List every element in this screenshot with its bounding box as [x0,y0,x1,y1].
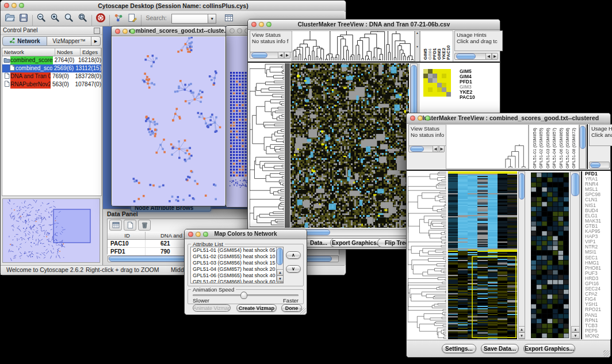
resize-grip[interactable] [300,308,306,314]
dialog-titlebar[interactable]: Map Colors to Network [185,229,307,239]
minimize-button[interactable] [123,29,128,34]
column-label[interactable]: GPL51-06 (GSM865) [559,126,564,168]
minimize-button[interactable] [12,3,17,8]
heatmap[interactable] [448,171,517,339]
zoom-in-button[interactable] [48,12,62,24]
close-button[interactable] [251,22,257,27]
save-session-button[interactable] [17,12,30,24]
tab-overflow-arrow[interactable]: ▶ [91,36,101,46]
speed-slider-thumb[interactable] [240,292,247,299]
labels-vscrollbar[interactable] [579,124,586,169]
dendrogram-scroll-strip[interactable]: ▲▼ [415,30,420,63]
scroll-right-arrow[interactable]: ▶ [439,145,445,152]
column-label[interactable]: GPL51-07 (GSM868) [565,126,570,168]
scrollbar-thumb[interactable] [590,162,600,168]
new-attribute-button[interactable] [124,220,136,231]
open-file-button[interactable] [3,12,17,24]
scrollbar-thumb[interactable] [571,173,579,196]
column-header-id[interactable]: ID [108,232,146,239]
move-down-button[interactable]: ∨ [286,265,301,273]
scroll-left-arrow[interactable]: ◀ [278,52,284,59]
minimize-button[interactable] [259,22,264,27]
vizmapper-button[interactable] [112,12,125,24]
resize-grip[interactable] [603,350,610,357]
usage-hints-hscrollbar[interactable] [589,162,610,168]
column-label[interactable]: GPL51-08 (GSM872) [571,126,576,168]
minimize-button[interactable] [196,232,201,237]
cluster-vscrollbar[interactable]: ▲ ▼ [570,171,580,339]
scroll-right-arrow[interactable]: ▶ [492,53,498,60]
network-row[interactable]: RNAPuberNov2+|563(0)107847(0) [2,81,101,89]
column-label[interactable]: GPL51-01 (GSM854) [532,126,537,168]
usage-hints-hscrollbar[interactable]: ◀ ▶ [454,53,498,60]
annotation-button[interactable] [125,12,139,24]
scroll-up-arrow[interactable]: ▲ [571,326,580,332]
view-status-hscrollbar[interactable]: ◀ ▶ [408,145,445,152]
treeview1-titlebar[interactable]: ClusterMaker TreeView : DNA and Tran 07-… [248,20,500,30]
create-vizmap-button[interactable]: Create Vizmap [236,304,277,312]
export-graphics-button[interactable]: Export Graphics... [523,344,575,353]
move-up-button[interactable]: ∧ [286,251,301,259]
zoom-button[interactable] [19,3,24,8]
scroll-left-arrow[interactable]: ◀ [433,145,438,152]
gene-list[interactable]: PFD1YRA1RNR4MSL1SPC98CLN1NIS1BUD4ELG1MAK… [584,171,611,339]
settings-button[interactable]: Settings... [442,344,476,353]
attribute-item[interactable]: GPL51-01 (GSM854) heat shock 05 min [193,247,283,254]
attributes-button[interactable] [109,220,122,231]
scrollbar-thumb[interactable] [411,65,417,118]
heatmap-vscrollbar[interactable]: ▲ ▼ [518,171,525,339]
done-button[interactable]: Done [281,304,302,312]
heatmap[interactable] [290,63,409,228]
cluster-label[interactable]: PAC10 [460,95,475,100]
column-dendrogram[interactable] [292,30,415,62]
attribute-list[interactable]: GPL51-01 (GSM854) heat shock 05 minGPL51… [190,247,284,283]
close-button[interactable] [410,116,415,121]
scrollbar-thumb[interactable] [410,146,424,152]
treeview2-titlebar[interactable]: ClusterMaker TreeView : combined_scores_… [407,113,610,124]
attribute-item[interactable]: GPL51-07 (GSM868) heat shock 60 min [193,279,283,283]
column-dendrogram[interactable] [446,124,529,169]
column-header-edges[interactable]: Edges [81,48,101,56]
scroll-down-arrow[interactable]: ▼ [571,332,580,339]
close-button[interactable] [230,28,235,33]
minimize-button[interactable] [237,28,242,33]
scrollbar-thumb[interactable] [580,126,586,149]
column-label[interactable]: PAC10 [446,32,451,60]
zoom-selected-button[interactable] [62,12,76,24]
scrollbar-thumb[interactable] [251,52,267,58]
tab-network[interactable]: Network [2,36,47,46]
column-label[interactable]: GPL51-02 (GSM855) [538,126,544,168]
attribute-item[interactable]: GPL51-03 (GSM856) heat shock 15 min [193,260,283,266]
scrollbar-thumb[interactable] [277,248,283,265]
help-lifering-button[interactable] [94,12,108,24]
list-vscrollbar[interactable]: ▲ ▼ [276,247,283,282]
scroll-left-arrow[interactable]: ◀ [485,53,492,60]
tab-vizmapper[interactable]: VizMapper™ [47,36,91,46]
scrollbar-thumb[interactable] [456,53,476,59]
zoom-button[interactable] [425,116,430,121]
view-status-hscrollbar[interactable]: ◀ ▶ [250,52,290,59]
close-button[interactable] [4,3,9,8]
network-row[interactable]: combined_scores2764(0)16218(0) [2,56,101,64]
attribute-editor-button[interactable] [224,15,234,25]
scroll-right-arrow[interactable]: ▶ [284,52,290,59]
scroll-down-arrow[interactable]: ▼ [518,332,525,339]
scrollbar-thumb[interactable] [519,173,525,200]
column-header-network[interactable]: Network [2,48,55,56]
row-dendrogram[interactable] [408,171,447,339]
float-panel-icon[interactable] [94,28,100,34]
attribute-item[interactable]: GPL51-06 (GSM865) heat shock 40 min [193,273,283,279]
birdseye-canvas[interactable] [3,199,100,262]
search-dropdown-arrow[interactable]: ▼ [208,14,216,24]
save-data-button[interactable]: Save Data... [481,344,519,353]
export-graphics-button[interactable]: Export Graphics... [330,238,383,247]
close-button[interactable] [188,232,193,237]
zoom-button[interactable] [266,22,271,27]
delete-attribute-button[interactable] [138,220,151,231]
column-label[interactable]: GPL51-04 (GSM857) [552,126,557,168]
column-label[interactable]: GPL51-03 (GSM856) [545,126,550,168]
zoom-fit-button[interactable] [76,12,90,24]
scroll-up-arrow[interactable]: ▲ [277,269,283,275]
gene-label[interactable]: MON2 [585,334,611,339]
zoom-button[interactable] [203,232,208,237]
